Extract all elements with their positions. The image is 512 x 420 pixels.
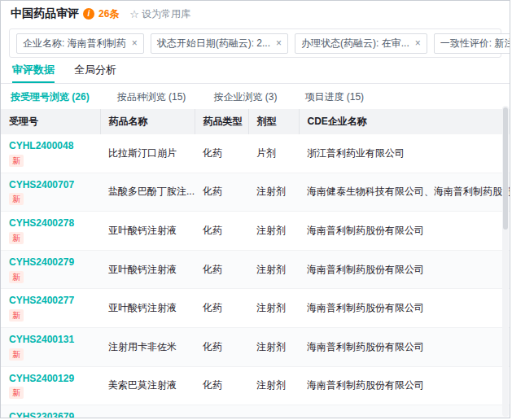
subtab-by-variety[interactable]: 按品种浏览 (15) [117, 90, 186, 104]
main-tabs: 审评数据 全局分析 [1, 58, 510, 84]
new-badge: 新 [9, 155, 24, 167]
drug-name: 亚叶酸钙注射液 [100, 212, 195, 251]
info-icon: i [83, 8, 94, 20]
filter-tag-label: 企业名称: 海南普利制药 [23, 37, 126, 50]
drug-type: 化药 [195, 250, 248, 289]
new-badge: 新 [9, 387, 24, 399]
dosage-form: 注射剂 [248, 366, 299, 405]
close-icon[interactable]: × [276, 38, 282, 48]
drug-name: 注射用替考拉宁 [100, 405, 195, 418]
filter-bar: 企业名称: 海南普利制药 × 状态开始日期(药融云): 2... × 办理状态(… [9, 28, 501, 58]
col-header-drug-type: 药品类型 [195, 109, 248, 134]
tab-global-analysis[interactable]: 全局分析 [74, 58, 116, 83]
dosage-form: 片剂 [248, 134, 299, 173]
new-badge: 新 [9, 309, 24, 322]
table-row[interactable]: CYHS2400131 新 注射用卡非佐米 化药 注射剂 海南普利制药股份有限公… [1, 327, 510, 366]
subtab-by-acceptance-number[interactable]: 按受理号浏览 (26) [11, 90, 90, 104]
new-badge: 新 [9, 271, 24, 283]
acceptance-id-link[interactable]: CYHS2303679 [9, 410, 92, 418]
filter-tag-start-date[interactable]: 状态开始日期(药融云): 2... × [151, 33, 288, 54]
view-subtabs: 按受理号浏览 (26) 按品种浏览 (15) 按企业浏览 (3) 项目进度 (1… [1, 84, 510, 109]
table-row[interactable]: CYHS2400278 新 亚叶酸钙注射液 化药 注射剂 海南普利制药股份有限公… [1, 212, 510, 251]
drug-name: 盐酸多巴酚丁胺注... [100, 173, 195, 212]
favorite-button[interactable]: ☆ 设为常用库 [129, 7, 190, 21]
cde-company: 海南普利制药股份有限公司 [299, 289, 510, 328]
new-badge: 新 [9, 193, 24, 205]
drug-name: 亚叶酸钙注射液 [100, 289, 195, 328]
acceptance-id-link[interactable]: CYHS2400707 [9, 178, 92, 192]
page-title: 中国药品审评 [11, 7, 79, 21]
dosage-form: 注射剂 [248, 289, 299, 328]
page: 中国药品审评 i 26条 ☆ 设为常用库 企业名称: 海南普利制药 × 状态开始… [0, 0, 510, 418]
table-row[interactable]: CYHS2400707 新 盐酸多巴酚丁胺注... 化药 注射剂 海南健泰生物科… [1, 173, 510, 212]
dosage-form: 注射剂 [248, 250, 299, 289]
drug-name: 注射用卡非佐米 [100, 327, 195, 366]
acceptance-id-link[interactable]: CYHL2400048 [9, 139, 92, 153]
acceptance-id-link[interactable]: CYHS2400129 [9, 372, 92, 386]
dosage-form: 注射剂 [248, 173, 299, 212]
filter-tag-company[interactable]: 企业名称: 海南普利制药 × [16, 33, 144, 54]
filter-tag-consistency[interactable]: 一致性评价: 新注册分类... × [434, 33, 510, 54]
scrollbar[interactable] [502, 106, 509, 417]
cde-company: 海南普利制药股份有限公司 [299, 327, 510, 366]
col-header-dosage-form: 剂型 [248, 109, 299, 134]
table-header: 受理号 药品名称 药品类型 剂型 CDE企业名称 [1, 109, 510, 134]
table-row[interactable]: CYHL2400048 新 比拉斯汀口崩片 化药 片剂 浙江普利药业有限公司 [1, 134, 510, 173]
dosage-form: 注射剂 [248, 327, 299, 366]
new-badge: 新 [9, 348, 24, 361]
cde-company: 海南普利制药股份有限公司 [299, 212, 510, 251]
result-count: 26条 [98, 7, 119, 21]
drug-type: 化药 [195, 405, 248, 418]
dosage-form: 注射剂 [248, 405, 299, 418]
acceptance-id-link[interactable]: CYHS2400278 [9, 217, 92, 230]
drug-type: 化药 [195, 366, 248, 405]
close-icon[interactable]: × [415, 38, 421, 48]
drug-type: 化药 [195, 289, 248, 328]
new-badge: 新 [9, 232, 24, 244]
favorite-label: 设为常用库 [142, 7, 190, 21]
table-row[interactable]: CYHS2303679 新 注射用替考拉宁 化药 注射剂 浙江普利药业有限公司 [1, 405, 510, 418]
cde-company: 浙江普利药业有限公司 [299, 405, 510, 418]
cde-company: 海南普利制药股份有限公司 [299, 366, 510, 405]
dosage-form: 注射剂 [248, 212, 299, 251]
col-header-acceptance-number: 受理号 [1, 109, 100, 134]
tab-review-data[interactable]: 审评数据 [12, 58, 55, 83]
drug-type: 化药 [195, 212, 248, 251]
filter-tag-label: 状态开始日期(药融云): 2... [157, 37, 270, 50]
table-row[interactable]: CYHS2400129 新 美索巴莫注射液 化药 注射剂 海南普利制药股份有限公… [1, 366, 510, 405]
cde-company: 浙江普利药业有限公司 [299, 134, 510, 173]
filter-tag-status[interactable]: 办理状态(药融云): 在审... × [295, 33, 427, 54]
drug-type: 化药 [195, 134, 248, 173]
table-row[interactable]: CYHS2400277 新 亚叶酸钙注射液 化药 注射剂 海南普利制药股份有限公… [1, 289, 510, 328]
acceptance-id-link[interactable]: CYHS2400279 [9, 256, 92, 269]
acceptance-id-link[interactable]: CYHS2400131 [9, 333, 92, 347]
scrollbar-thumb[interactable] [503, 107, 508, 230]
drug-type: 化药 [195, 327, 248, 366]
subtab-project-progress[interactable]: 项目进度 (15) [304, 90, 364, 104]
cde-company: 海南健泰生物科技有限公司、海南普利制药股份有限公司 [299, 173, 510, 212]
cde-company: 海南普利制药股份有限公司 [299, 250, 510, 289]
results-table: 受理号 药品名称 药品类型 剂型 CDE企业名称 CYHL2400048 新 比… [1, 109, 510, 418]
drug-name: 比拉斯汀口崩片 [100, 134, 195, 173]
drug-type: 化药 [195, 173, 248, 212]
filter-tag-label: 一致性评价: 新注册分类... [440, 37, 510, 50]
table-row[interactable]: CYHS2400279 新 亚叶酸钙注射液 化药 注射剂 海南普利制药股份有限公… [1, 250, 510, 289]
drug-name: 亚叶酸钙注射液 [100, 250, 195, 289]
col-header-cde-company: CDE企业名称 [299, 109, 510, 134]
page-header: 中国药品审评 i 26条 ☆ 设为常用库 [1, 1, 510, 27]
acceptance-id-link[interactable]: CYHS2400277 [9, 294, 92, 308]
drug-name: 美索巴莫注射液 [100, 366, 195, 405]
star-icon: ☆ [129, 9, 139, 20]
close-icon[interactable]: × [132, 38, 138, 48]
subtab-by-company[interactable]: 按企业浏览 (3) [213, 90, 277, 104]
filter-tag-label: 办理状态(药融云): 在审... [301, 37, 409, 50]
col-header-drug-name: 药品名称 [100, 109, 195, 134]
